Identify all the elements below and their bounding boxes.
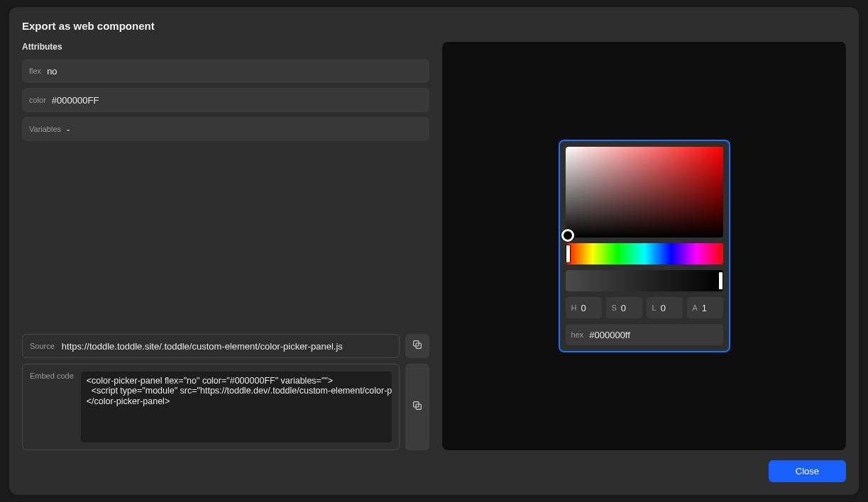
alpha-thumb[interactable] (718, 272, 723, 290)
export-dialog: Export as web component Attributes flex … (9, 7, 859, 495)
attr-row-color[interactable]: color (22, 88, 429, 112)
left-column: Attributes flex color Variables Source h… (22, 42, 429, 450)
hsla-row: H S L A (566, 297, 723, 318)
attributes-label: Attributes (22, 42, 429, 52)
hue-slider[interactable] (566, 243, 723, 264)
attr-row-variables[interactable]: Variables (22, 117, 429, 141)
h-cell[interactable]: H (566, 297, 602, 318)
alpha-slider[interactable] (566, 270, 723, 291)
a-input[interactable] (702, 303, 718, 313)
s-input[interactable] (621, 303, 637, 313)
color-picker-panel: H S L A (559, 140, 730, 352)
embed-label: Embed code (30, 372, 74, 380)
dialog-footer: Close (22, 460, 846, 482)
h-input[interactable] (581, 303, 595, 313)
s-cell[interactable]: S (606, 297, 642, 318)
l-input[interactable] (661, 303, 677, 313)
copy-embed-button[interactable] (405, 364, 429, 450)
preview-pane: H S L A (442, 42, 846, 450)
l-label: L (652, 303, 657, 312)
source-label: Source (30, 342, 55, 350)
hex-row[interactable]: hex (566, 324, 723, 345)
attr-value-variables[interactable] (67, 124, 422, 135)
dialog-title: Export as web component (22, 20, 846, 32)
s-label: S (612, 303, 617, 312)
attr-key: Variables (29, 125, 61, 133)
dialog-body: Attributes flex color Variables Source h… (22, 42, 846, 450)
source-value: https://toddle.toddle.site/.toddle/custo… (62, 341, 343, 352)
hex-label: hex (571, 330, 584, 339)
l-cell[interactable]: L (647, 297, 683, 318)
copy-icon (412, 400, 423, 414)
close-button[interactable]: Close (769, 460, 846, 482)
source-box[interactable]: Source https://toddle.toddle.site/.toddl… (22, 334, 400, 358)
sv-thumb[interactable] (561, 229, 574, 242)
attr-value-color[interactable] (52, 95, 422, 106)
copy-icon (412, 339, 423, 353)
a-cell[interactable]: A (687, 297, 723, 318)
attr-key: color (29, 96, 46, 104)
copy-source-button[interactable] (405, 334, 429, 358)
hex-input[interactable] (589, 330, 717, 340)
saturation-value-area[interactable] (566, 147, 723, 238)
embed-box: Embed code (22, 364, 400, 450)
attr-key: flex (29, 67, 41, 75)
a-label: A (693, 303, 698, 312)
source-row: Source https://toddle.toddle.site/.toddl… (22, 334, 429, 358)
embed-textarea[interactable] (81, 372, 392, 442)
h-label: H (571, 303, 577, 312)
hue-thumb[interactable] (566, 245, 571, 263)
attr-row-flex[interactable]: flex (22, 59, 429, 83)
embed-row: Embed code (22, 364, 429, 450)
attr-value-flex[interactable] (47, 66, 422, 77)
